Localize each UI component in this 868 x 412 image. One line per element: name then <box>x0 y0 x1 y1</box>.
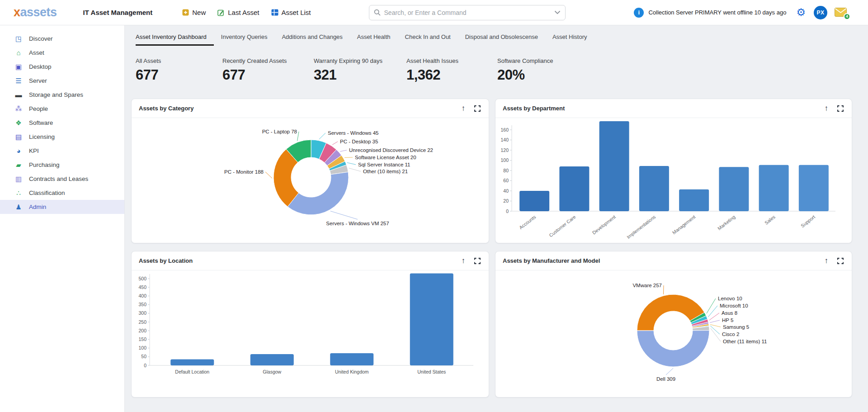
gear-icon[interactable]: ⚙ <box>796 7 806 18</box>
slice-label: Other (11 items) 11 <box>723 339 767 344</box>
bar[interactable] <box>759 165 789 211</box>
bar[interactable] <box>559 166 589 211</box>
tab-disposal-and-obsolescense[interactable]: Disposal and Obsolescense <box>458 30 545 46</box>
search-box[interactable] <box>369 5 566 20</box>
slice-label: Lenovo 10 <box>718 296 742 301</box>
tab-asset-health[interactable]: Asset Health <box>350 30 398 46</box>
sidebar-item-purchasing[interactable]: ▰Purchasing <box>0 158 124 172</box>
asset-list-button[interactable]: Asset List <box>271 9 311 16</box>
sidebar-item-people[interactable]: ⁂People <box>0 102 124 116</box>
xassets-logo[interactable]: xassets <box>14 5 57 19</box>
grid-icon <box>271 9 278 16</box>
chevron-down-icon[interactable] <box>554 10 561 14</box>
y-tick-label: 450 <box>138 284 146 290</box>
sidebar-item-contracts-and-leases[interactable]: ▥Contracts and Leases <box>0 172 124 186</box>
sidebar-item-label: Licensing <box>29 133 55 140</box>
tab-check-in-and-out[interactable]: Check In and Out <box>398 30 458 46</box>
x-category-label: Sales <box>764 214 776 226</box>
sidebar-item-classification[interactable]: ∴Classification <box>0 186 124 200</box>
main-content: Asset Inventory DashboardInventory Queri… <box>125 25 868 412</box>
sidebar-item-storage-and-spares[interactable]: ▬Storage and Spares <box>0 88 124 102</box>
y-tick-label: 350 <box>138 302 146 307</box>
tab-asset-history[interactable]: Asset History <box>545 30 594 46</box>
card-title: Assets by Category <box>139 105 193 112</box>
bar[interactable] <box>410 273 453 365</box>
storage-box-icon: ▬ <box>14 91 24 98</box>
sidebar-item-label: Desktop <box>29 63 52 70</box>
devices-icon: ◳ <box>14 35 24 42</box>
slice-label: Microsoft 10 <box>720 303 748 308</box>
slice-label: Servers - Windows 45 <box>328 130 378 136</box>
sidebar-item-label: Discover <box>29 35 53 42</box>
avatar[interactable]: PX <box>814 6 827 19</box>
expand-icon[interactable] <box>837 258 844 264</box>
slice-label: Servers - Windows VM 257 <box>326 221 389 226</box>
expand-icon[interactable] <box>837 105 844 112</box>
bar[interactable] <box>719 167 749 211</box>
bar[interactable] <box>639 166 669 211</box>
sidebar-item-label: Purchasing <box>29 161 60 168</box>
bar[interactable] <box>799 165 829 211</box>
people-icon: ⁂ <box>14 105 24 112</box>
stat-label: Software Compliance <box>497 57 553 64</box>
bar[interactable] <box>519 191 549 211</box>
last-asset-button[interactable]: Last Asset <box>217 9 259 16</box>
sidebar-item-asset[interactable]: ⌂Asset <box>0 46 124 60</box>
export-up-arrow-icon[interactable]: ↑ <box>825 104 829 112</box>
donut-slice[interactable] <box>637 331 709 367</box>
mail-button[interactable]: 4 <box>835 8 847 18</box>
bar[interactable] <box>330 353 373 365</box>
bar[interactable] <box>170 360 214 365</box>
tab-additions-and-changes[interactable]: Additions and Changes <box>274 30 349 46</box>
label-leader-line <box>707 298 716 313</box>
sidebar-item-licensing[interactable]: ▤Licensing <box>0 130 124 144</box>
sidebar-item-server[interactable]: ☰Server <box>0 74 124 88</box>
card-title: Assets by Department <box>503 105 565 112</box>
bar[interactable] <box>250 354 294 365</box>
export-up-arrow-icon[interactable]: ↑ <box>462 104 466 112</box>
slice-label: Other (10 items) 21 <box>363 169 408 174</box>
asset-home-icon: ⌂ <box>14 49 24 56</box>
export-up-arrow-icon[interactable]: ↑ <box>462 257 466 265</box>
assets-by-location-chart: 050100150200250300350400450500Default Lo… <box>132 270 489 398</box>
y-tick-label: 80 <box>503 168 509 173</box>
header-right-cluster: i Collection Server PRIMARY went offline… <box>634 6 847 19</box>
y-tick-label: 100 <box>500 157 509 163</box>
stat-recently-created-assets: Recently Created Assets677 <box>222 57 314 83</box>
dashboard-cards: Assets by Category ↑ Servers - Windows 4… <box>131 99 868 398</box>
bar[interactable] <box>679 189 709 211</box>
sidebar-item-label: Server <box>29 77 47 84</box>
bar[interactable] <box>599 121 629 211</box>
export-up-arrow-icon[interactable]: ↑ <box>825 257 829 265</box>
sidebar-item-label: Software <box>29 119 53 126</box>
label-leader-line <box>330 211 358 219</box>
y-tick-label: 200 <box>138 328 146 333</box>
logo-rest: assets <box>20 5 57 19</box>
tab-inventory-queries[interactable]: Inventory Queries <box>214 30 275 46</box>
sidebar-item-kpi[interactable]: ◕KPI <box>0 144 124 158</box>
y-tick-label: 50 <box>141 354 146 359</box>
server-icon: ☰ <box>14 77 24 84</box>
x-category-label: Glasgow <box>263 369 281 374</box>
search-input[interactable] <box>384 9 554 16</box>
sidebar-item-admin[interactable]: ♟Admin <box>0 200 124 214</box>
y-tick-label: 120 <box>500 147 509 153</box>
card-assets-by-manufacturer: Assets by Manufacturer and Model ↑ VMwar… <box>495 251 852 398</box>
y-tick-label: 0 <box>506 208 509 214</box>
sidebar-item-discover[interactable]: ◳Discover <box>0 32 124 46</box>
tab-asset-inventory-dashboard[interactable]: Asset Inventory Dashboard <box>136 30 214 46</box>
sidebar-item-label: KPI <box>29 147 39 154</box>
x-category-label: United Kingdom <box>335 369 369 374</box>
new-button[interactable]: New <box>182 9 206 16</box>
sidebar-item-software[interactable]: ❖Software <box>0 116 124 130</box>
expand-icon[interactable] <box>474 105 481 112</box>
license-doc-icon: ▤ <box>14 133 24 140</box>
stat-software-compliance: Software Compliance20% <box>497 57 553 83</box>
card-header: Assets by Location ↑ <box>132 251 489 270</box>
expand-icon[interactable] <box>474 258 481 264</box>
sidebar-item-desktop[interactable]: ▣Desktop <box>0 60 124 74</box>
y-tick-label: 150 <box>138 336 146 342</box>
info-icon[interactable]: i <box>634 8 644 18</box>
kpi-stats-row: All Assets677Recently Created Assets677W… <box>136 57 868 83</box>
sidebar-item-label: Storage and Spares <box>29 91 83 98</box>
